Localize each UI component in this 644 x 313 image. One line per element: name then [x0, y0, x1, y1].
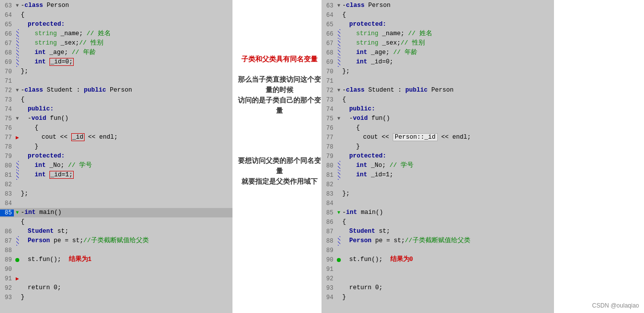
table-row: 79 protected: — [0, 152, 232, 161]
table-row: 67 string _sex;// 性别 — [322, 39, 554, 48]
table-row: 68 int _age; // 年龄 — [322, 48, 554, 57]
table-row: 75 ▼ -void fun() — [0, 114, 232, 123]
table-row: { — [0, 217, 232, 227]
table-row: 72 ▼ -class Student : public Person — [0, 86, 232, 95]
table-row: 66 string _name; // 姓名 — [322, 29, 554, 39]
table-row: 80 int _No; // 学号 — [0, 161, 232, 170]
table-row: 69 int _id=0; — [0, 57, 232, 67]
table-row: 86 Student st; — [0, 227, 232, 236]
table-row: 93 } — [0, 293, 232, 302]
table-row: 87 Person pe = st;//子类截断赋值给父类 — [0, 236, 232, 246]
table-row: 92 — [322, 274, 554, 283]
table-row: 74 public: — [0, 104, 232, 114]
table-row: 88 Person pe = st;//子类截断赋值给父类 — [322, 236, 554, 246]
table-row: 65 protected: — [322, 20, 554, 29]
table-row: 81 int _id=1; — [322, 170, 554, 180]
table-row: 80 int _No; // 学号 — [322, 161, 554, 170]
annotation-body2: 要想访问父类的那个同名变量就要指定是父类作用域下 — [237, 156, 322, 187]
table-row: 66 string _name; // 姓名 — [0, 29, 232, 39]
table-row: 69 int _id=0; — [322, 57, 554, 67]
table-row: 86 { — [322, 217, 554, 227]
left-code-block: 63 ▼ -class Person 64 { 65 protected: 66… — [0, 0, 232, 313]
annotation-body1: 那么当子类直接访问这个变量的时候访问的是子类自己的那个变量 — [237, 75, 322, 116]
table-row: 83 }; — [322, 189, 554, 199]
table-row: 78 } — [322, 142, 554, 152]
table-row: 83 }; — [0, 189, 232, 199]
table-row: 64 { — [322, 10, 554, 20]
table-row: 90 st.fun(); 结果为0 — [322, 255, 554, 264]
table-row: 92 return 0; — [0, 283, 232, 293]
table-row: 63 ▼ -class Person — [0, 1, 232, 10]
table-row: 77 cout << Person::_id << endl; — [322, 133, 554, 142]
footer: CSDN @oulaqiao — [592, 302, 639, 309]
table-row: 88 — [0, 246, 232, 255]
table-row: 79 protected: — [322, 152, 554, 161]
table-row: 76 { — [322, 123, 554, 133]
table-row: 78 } — [0, 142, 232, 152]
table-row: 71 — [0, 76, 232, 86]
table-row: 70 }; — [0, 67, 232, 76]
table-row: 64 { — [0, 10, 232, 20]
table-row: 67 string _sex;// 性别 — [0, 39, 232, 48]
table-row: 82 — [322, 180, 554, 189]
table-row: 81 int _id=1; — [0, 170, 232, 180]
table-row: 93 return 0; — [322, 283, 554, 293]
table-row: 84 — [0, 199, 232, 208]
left-panel: 63 ▼ -class Person 64 { 65 protected: 66… — [0, 0, 322, 313]
table-row: 76 { — [0, 123, 232, 133]
annotation-title: 子类和父类具有同名变量 — [241, 54, 318, 65]
table-row: 73 { — [0, 95, 232, 104]
table-row: 82 — [0, 180, 232, 189]
table-row: 89 — [322, 246, 554, 255]
table-row: 73 { — [322, 95, 554, 104]
main-container: 63 ▼ -class Person 64 { 65 protected: 66… — [0, 0, 644, 313]
table-row: 74 public: — [322, 104, 554, 114]
table-row: 87 Student st; — [322, 227, 554, 236]
table-row: 70 }; — [322, 67, 554, 76]
table-row: 68 int _age; // 年龄 — [0, 48, 232, 57]
table-row: 65 protected: — [0, 20, 232, 29]
table-row: 72 ▼ -class Student : public Person — [322, 86, 554, 95]
right-code-block: 63 ▼ -class Person 64 { 65 protected: 66… — [322, 0, 554, 313]
table-row: 85 ▼ -int main() — [0, 208, 232, 217]
table-row: 63 ▼ -class Person — [322, 1, 554, 10]
table-row: 75 ▼ -void fun() — [322, 114, 554, 123]
table-row: 71 — [322, 76, 554, 86]
right-spacer — [554, 0, 644, 313]
table-row: 85 ▼ -int main() — [322, 208, 554, 217]
table-row: 90 — [0, 264, 232, 274]
table-row: 91 ▶ — [0, 274, 232, 283]
table-row: 91 — [322, 264, 554, 274]
table-row: 94 } — [322, 293, 554, 302]
table-row: 89 st.fun(); 结果为1 — [0, 255, 232, 264]
left-annotation-panel: 子类和父类具有同名变量 那么当子类直接访问这个变量的时候访问的是子类自己的那个变… — [232, 0, 322, 313]
right-panel: 63 ▼ -class Person 64 { 65 protected: 66… — [322, 0, 644, 313]
table-row: 77 ▶ cout << _id << endl; — [0, 133, 232, 142]
table-row: 84 — [322, 199, 554, 208]
